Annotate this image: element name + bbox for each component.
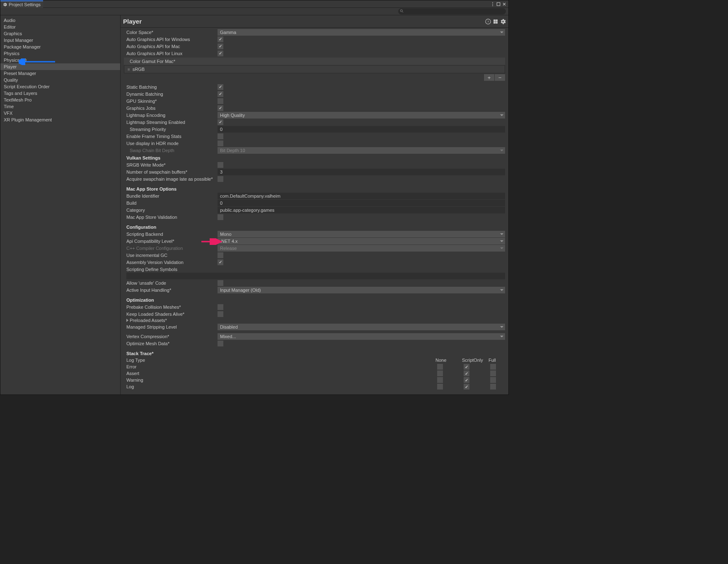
mac-app-store-header: Mac App Store Options — [121, 185, 508, 192]
swap-chain-depth-label: Swap Chain Bit Depth — [130, 148, 218, 153]
sidebar-item-preset-manager[interactable]: Preset Manager — [0, 70, 120, 77]
sidebar-item-time[interactable]: Time — [0, 103, 120, 110]
search-input[interactable] — [398, 8, 506, 15]
sidebar-item-script-execution-order[interactable]: Script Execution Order — [0, 83, 120, 90]
sidebar-item-player[interactable]: Player — [0, 63, 120, 70]
streaming-priority-label: Streaming Priority — [130, 127, 218, 132]
chevron-down-icon — [500, 247, 503, 250]
vertex-compression-dropdown[interactable]: Mixed... — [218, 333, 505, 340]
sidebar-item-editor[interactable]: Editor — [0, 24, 120, 30]
preset-icon[interactable] — [493, 19, 498, 24]
stack-row-label: Error — [124, 364, 435, 369]
sidebar-item-vfx[interactable]: VFX — [0, 110, 120, 116]
stack-scriptonly-checkbox[interactable] — [464, 370, 469, 376]
lightmap-streaming-checkbox[interactable] — [218, 119, 223, 125]
stack-col-scriptonly: ScriptOnly — [462, 358, 489, 363]
optimization-header: Optimization — [121, 296, 508, 303]
frame-timing-label: Enable Frame Timing Stats — [126, 134, 218, 139]
settings-gear-icon[interactable] — [500, 19, 506, 24]
prebake-collision-checkbox[interactable] — [218, 304, 223, 310]
gpu-skinning-checkbox[interactable] — [218, 98, 223, 104]
sidebar-item-graphics[interactable]: Graphics — [0, 30, 120, 37]
svg-rect-11 — [496, 19, 498, 21]
maximize-icon[interactable] — [496, 2, 501, 7]
stack-full-checkbox[interactable] — [490, 370, 496, 376]
sidebar-item-textmesh-pro[interactable]: TextMesh Pro — [0, 97, 120, 103]
preloaded-assets-foldout[interactable]: Preloaded Assets* — [121, 317, 508, 323]
stack-none-checkbox[interactable] — [437, 384, 443, 390]
svg-rect-10 — [494, 19, 496, 21]
dynamic-batching-checkbox[interactable] — [218, 91, 223, 97]
stack-scriptonly-checkbox[interactable] — [464, 377, 469, 383]
input-handling-label: Active Input Handling* — [126, 288, 218, 293]
srgb-write-checkbox[interactable] — [218, 162, 223, 168]
assembly-validation-checkbox[interactable] — [218, 259, 223, 265]
sidebar-item-xr-plugin-management[interactable]: XR Plugin Management — [0, 116, 120, 123]
more-icon[interactable] — [490, 2, 495, 7]
auto-gfx-win-label: Auto Graphics API for Windows — [126, 37, 218, 42]
sidebar-item-physics[interactable]: Physics — [0, 50, 120, 57]
chevron-down-icon — [500, 31, 503, 34]
frame-timing-checkbox[interactable] — [218, 133, 223, 139]
list-remove-button[interactable]: − — [494, 74, 505, 81]
define-symbols-input[interactable] — [126, 273, 505, 279]
swapchain-buffers-input[interactable] — [218, 169, 505, 175]
tab-project-settings[interactable]: Project Settings — [0, 0, 43, 8]
static-batching-checkbox[interactable] — [218, 84, 223, 90]
scripting-backend-dropdown[interactable]: Mono — [218, 231, 505, 237]
svg-text:?: ? — [487, 19, 489, 23]
incremental-gc-checkbox[interactable] — [218, 252, 223, 258]
auto-gfx-linux-checkbox[interactable] — [218, 51, 223, 56]
auto-gfx-mac-checkbox[interactable] — [218, 44, 223, 49]
content-scroll[interactable]: Color Space* Gamma Auto Graphics API for… — [121, 28, 508, 395]
sidebar-item-audio[interactable]: Audio — [0, 17, 120, 24]
hdr-mode-checkbox[interactable] — [218, 140, 223, 146]
sidebar-item-physics-2d[interactable]: Physics 2D — [0, 57, 120, 63]
stack-none-checkbox[interactable] — [437, 370, 443, 376]
stack-full-checkbox[interactable] — [490, 364, 496, 370]
build-input[interactable] — [218, 200, 505, 206]
color-space-dropdown[interactable]: Gamma — [218, 29, 505, 36]
bundle-id-input[interactable] — [218, 193, 505, 199]
input-handling-dropdown[interactable]: Input Manager (Old) — [218, 287, 505, 293]
category-input[interactable] — [218, 207, 505, 213]
lightmap-encoding-dropdown[interactable]: High Quality — [218, 112, 505, 119]
keep-shaders-checkbox[interactable] — [218, 311, 223, 317]
stack-row-label: Log — [124, 384, 435, 389]
graphics-jobs-checkbox[interactable] — [218, 105, 223, 111]
stripping-level-label: Managed Stripping Level — [126, 324, 218, 329]
list-add-button[interactable]: + — [484, 74, 494, 81]
auto-gfx-mac-label: Auto Graphics API for Mac — [126, 44, 218, 49]
list-item[interactable]: ≡sRGB — [124, 65, 505, 73]
stack-none-checkbox[interactable] — [437, 364, 443, 370]
scripting-backend-label: Scripting Backend — [126, 232, 218, 237]
stack-col-none: None — [435, 358, 462, 363]
chevron-down-icon — [500, 114, 503, 117]
stack-none-checkbox[interactable] — [437, 377, 443, 383]
assembly-validation-label: Assembly Version Validation — [126, 260, 218, 265]
static-batching-label: Static Batching — [126, 85, 218, 90]
sidebar-item-package-manager[interactable]: Package Manager — [0, 44, 120, 50]
streaming-priority-input[interactable] — [218, 126, 505, 133]
hdr-mode-label: Use display in HDR mode — [126, 141, 218, 146]
stack-scriptonly-checkbox[interactable] — [464, 384, 469, 390]
sidebar-item-quality[interactable]: Quality — [0, 77, 120, 83]
stack-full-checkbox[interactable] — [490, 384, 496, 390]
close-icon[interactable] — [502, 2, 507, 7]
sidebar-item-tags-and-layers[interactable]: Tags and Layers — [0, 90, 120, 97]
unsafe-code-label: Allow 'unsafe' Code — [126, 281, 218, 286]
stack-scriptonly-checkbox[interactable] — [464, 364, 469, 370]
sidebar-item-input-manager[interactable]: Input Manager — [0, 37, 120, 44]
help-icon[interactable]: ? — [485, 19, 491, 24]
acquire-late-checkbox[interactable] — [218, 176, 223, 182]
stack-full-checkbox[interactable] — [490, 377, 496, 383]
svg-point-2 — [492, 5, 493, 6]
mac-validation-checkbox[interactable] — [218, 214, 223, 220]
api-compat-dropdown[interactable]: .NET 4.x — [218, 238, 505, 244]
stack-col-full: Full — [489, 358, 505, 363]
api-compat-label: Api Compatibility Level* — [126, 239, 218, 244]
auto-gfx-win-checkbox[interactable] — [218, 36, 223, 42]
unsafe-code-checkbox[interactable] — [218, 280, 223, 286]
optimize-mesh-checkbox[interactable] — [218, 341, 223, 346]
stripping-level-dropdown[interactable]: Disabled — [218, 324, 505, 330]
